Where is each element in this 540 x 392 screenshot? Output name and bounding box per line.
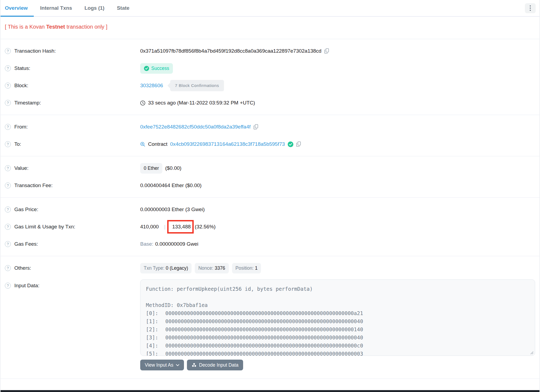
input-data-label: Input Data: (14, 283, 39, 289)
group-others-input: ? Others: Txn Type:0 (Legacy) Nonce:3376… (1, 256, 539, 379)
help-icon[interactable]: ? (5, 124, 11, 130)
gas-limit-label: Gas Limit & Usage by Txn: (14, 224, 75, 230)
check-circle-icon (144, 66, 149, 71)
status-label: Status: (14, 65, 30, 71)
copy-hash-button[interactable] (324, 48, 330, 54)
kebab-menu-button[interactable] (525, 3, 536, 13)
gas-limit-separator: | (164, 224, 166, 230)
help-icon[interactable]: ? (5, 265, 11, 271)
gas-usage-percent: (32.56%) (195, 224, 216, 230)
row-gas-price: ? Gas Price: 0.000000003 Ether (3 Gwei) (1, 201, 539, 218)
view-input-as-label: View Input As (145, 362, 173, 368)
tab-overview[interactable]: Overview (5, 0, 28, 16)
input-actions: View Input As Decode Input Data (140, 360, 535, 370)
copy-from-address-button[interactable] (253, 124, 259, 130)
input-data-word: [3]:000000000000000000000000000000000000… (146, 333, 529, 342)
row-from: ? From: 0xfee7522e8482682cf50ddc50a0f8da… (1, 118, 539, 136)
transaction-fee-label: Transaction Fee: (14, 183, 53, 188)
help-icon[interactable]: ? (5, 48, 11, 54)
row-value: ? Value: 0 Ether ($0.00) (1, 160, 539, 177)
row-others: ? Others: Txn Type:0 (Legacy) Nonce:3376… (1, 259, 539, 277)
to-address-link[interactable]: 0x4cb093f226983713164a62138c3f718a5b595f… (170, 141, 285, 147)
input-data-word: [0]:000000000000000000000000000000000000… (146, 309, 529, 317)
tab-state[interactable]: State (117, 0, 129, 16)
transaction-details-page: Overview Internal Txns Logs (1) State [ … (0, 0, 540, 392)
help-icon[interactable]: ? (5, 207, 11, 212)
help-icon[interactable]: ? (5, 224, 11, 230)
position-pill: Position:1 (232, 263, 261, 273)
gas-fees-base-key: Base: (140, 241, 153, 247)
input-data-word: [4]:000000000000000000000000000000000000… (146, 342, 529, 350)
input-methodid-line: MethodID: 0x7bbaf1ea (146, 301, 529, 309)
help-icon[interactable]: ? (5, 100, 11, 106)
testnet-notice-suffix: transaction only ] (65, 24, 108, 30)
transaction-fee-value: 0.000400464 Ether ($0.00) (140, 183, 202, 188)
input-data-textarea[interactable]: Function: performUpkeep(uint256 id, byte… (140, 279, 535, 356)
input-data-word: [1]:000000000000000000000000000000000000… (146, 317, 529, 325)
transaction-hash-value: 0x371a51097fb78df856f8b4a7bd459f192d8cc8… (140, 48, 321, 54)
row-transaction-fee: ? Transaction Fee: 0.000400464 Ether ($0… (1, 177, 539, 194)
group-gas: ? Gas Price: 0.000000003 Ether (3 Gwei) … (1, 198, 539, 256)
gas-limit-value: 410,000 (140, 224, 159, 230)
value-usd: ($0.00) (165, 165, 181, 171)
group-overview-top: ? Transaction Hash: 0x371a51097fb78df856… (1, 39, 539, 115)
help-icon[interactable]: ? (5, 283, 11, 289)
tab-logs[interactable]: Logs (1) (85, 0, 105, 16)
help-icon[interactable]: ? (5, 183, 11, 188)
zoom-in-icon[interactable] (140, 142, 145, 147)
resize-grip-icon[interactable] (530, 351, 534, 354)
copy-to-address-button[interactable] (296, 141, 301, 147)
help-icon[interactable]: ? (5, 65, 11, 71)
row-gas-fees: ? Gas Fees: Base: 0.000000009 Gwei (1, 235, 539, 253)
row-transaction-hash: ? Transaction Hash: 0x371a51097fb78df856… (1, 42, 539, 60)
gas-price-value: 0.000000003 Ether (3 Gwei) (140, 207, 205, 212)
view-input-as-button[interactable]: View Input As (140, 360, 184, 370)
row-to: ? To: Contract 0x4cb093f226983713164a621… (1, 136, 539, 153)
group-addresses: ? From: 0xfee7522e8482682cf50ddc50a0f8da… (1, 115, 539, 156)
kebab-icon (530, 5, 531, 7)
input-function-line: Function: performUpkeep(uint256 id, byte… (146, 285, 529, 293)
testnet-notice-bold: Testnet (46, 24, 65, 30)
help-icon[interactable]: ? (5, 141, 11, 147)
testnet-notice: [ This is a Kovan Testnet transaction on… (1, 17, 539, 39)
copy-icon (324, 48, 330, 54)
value-ether-badge: 0 Ether (140, 163, 162, 174)
row-gas-limit-usage: ? Gas Limit & Usage by Txn: 410,000 | 13… (1, 218, 539, 235)
decode-input-data-button[interactable]: Decode Input Data (187, 360, 243, 370)
input-data-word: [5]:000000000000000000000000000000000000… (146, 350, 529, 356)
tab-internal-txns[interactable]: Internal Txns (40, 0, 72, 16)
gas-fees-base-value: 0.000000009 Gwei (155, 241, 199, 247)
from-label: From: (14, 124, 28, 130)
gas-price-label: Gas Price: (14, 207, 38, 212)
help-icon[interactable]: ? (5, 165, 11, 171)
help-icon[interactable]: ? (5, 83, 11, 89)
row-input-data: ? Input Data: Function: performUpkeep(ui… (1, 277, 539, 356)
gas-fees-label: Gas Fees: (14, 241, 38, 247)
copy-icon (253, 124, 259, 130)
block-confirmations-badge: 7 Block Confirmations (170, 80, 224, 91)
to-label: To: (14, 141, 21, 147)
from-address-link[interactable]: 0xfee7522e8482682cf50ddc50a0f8da2a39effa… (140, 124, 251, 130)
footer-dark-bar (1, 390, 539, 392)
others-label: Others: (14, 265, 31, 271)
timestamp-label: Timestamp: (14, 100, 41, 106)
clock-icon (140, 100, 145, 106)
block-number-link[interactable]: 30328606 (140, 83, 163, 89)
row-status: ? Status: Success (1, 60, 539, 77)
gas-usage-value: 133,488 (172, 224, 191, 229)
gas-usage-highlight-box: 133,488 (167, 220, 194, 234)
footer-gap (1, 379, 539, 390)
block-confirmations-label: 7 Block Confirmations (175, 83, 219, 88)
input-data-word: [2]:000000000000000000000000000000000000… (146, 325, 529, 333)
transaction-hash-label: Transaction Hash: (14, 48, 56, 54)
status-badge: Success (140, 63, 173, 74)
block-label: Block: (14, 83, 28, 89)
tab-list: Overview Internal Txns Logs (1) State (5, 0, 129, 16)
value-label: Value: (14, 165, 28, 171)
timestamp-value: 33 secs ago (Mar-11-2022 03:59:32 PM +UT… (148, 100, 255, 106)
testnet-notice-prefix: [ This is a Kovan (5, 24, 46, 30)
help-icon[interactable]: ? (5, 241, 11, 247)
group-value-fee: ? Value: 0 Ether ($0.00) ? Transaction F… (1, 156, 539, 198)
row-block: ? Block: 30328606 7 Block Confirmations (1, 77, 539, 94)
decode-fan-icon (192, 363, 197, 368)
